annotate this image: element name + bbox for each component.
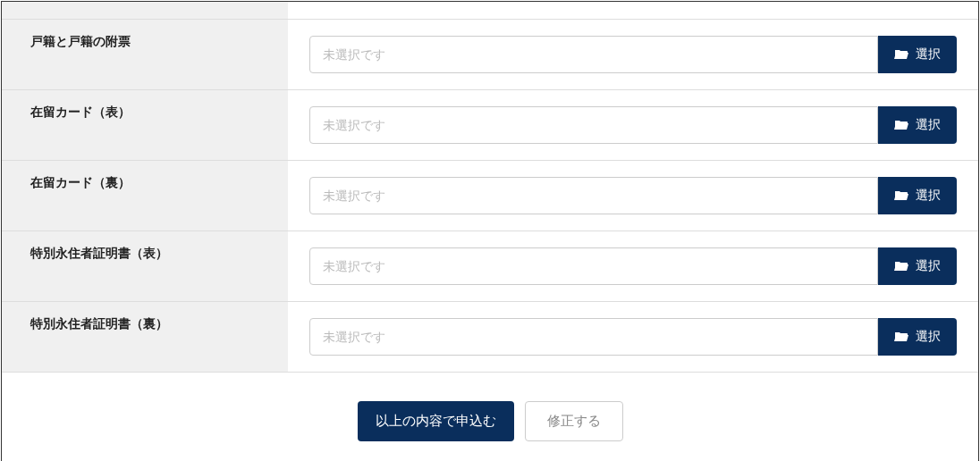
file-upload-row: 特別永住者証明書（表） 未選択です 選択 — [2, 231, 978, 302]
select-button-label: 選択 — [916, 258, 941, 274]
folder-open-icon — [894, 119, 908, 131]
file-display[interactable]: 未選択です — [309, 36, 878, 73]
file-upload-row: 特別永住者証明書（裏） 未選択です 選択 — [2, 302, 978, 373]
file-upload-row: 在留カード（裏） 未選択です 選択 — [2, 161, 978, 231]
select-button-label: 選択 — [916, 117, 941, 133]
field-label: 特別永住者証明書（裏） — [2, 302, 288, 372]
folder-open-icon — [894, 331, 908, 343]
file-input-group: 未選択です 選択 — [309, 247, 957, 285]
file-input-group: 未選択です 選択 — [309, 318, 957, 356]
folder-open-icon — [894, 260, 908, 272]
select-file-button[interactable]: 選択 — [878, 247, 957, 285]
file-display[interactable]: 未選択です — [309, 106, 878, 144]
file-upload-row: 在留カード（表） 未選択です 選択 — [2, 90, 978, 161]
field-input-cell: 未選択です 選択 — [288, 90, 978, 160]
field-input-cell: 未選択です 選択 — [288, 161, 978, 230]
file-upload-row: 戸籍と戸籍の附票 未選択です 選択 — [2, 20, 978, 90]
file-input-group: 未選択です 選択 — [309, 106, 957, 144]
select-button-label: 選択 — [916, 46, 941, 63]
field-label: 在留カード（表） — [2, 90, 288, 160]
select-file-button[interactable]: 選択 — [878, 106, 957, 144]
field-input-cell: 未選択です 選択 — [288, 20, 978, 89]
select-button-label: 選択 — [916, 188, 941, 204]
select-button-label: 選択 — [916, 329, 941, 345]
form-container: 戸籍と戸籍の附票 未選択です 選択 在留カード（表） 未選択です — [1, 1, 979, 461]
folder-open-icon — [894, 48, 908, 61]
file-display[interactable]: 未選択です — [309, 177, 878, 214]
field-label: 在留カード（裏） — [2, 161, 288, 230]
action-button-row: 以上の内容で申込む 修正する — [2, 373, 978, 461]
field-input-partial — [288, 2, 978, 19]
select-file-button[interactable]: 選択 — [878, 318, 957, 356]
field-label: 特別永住者証明書（表） — [2, 231, 288, 301]
folder-open-icon — [894, 189, 908, 202]
submit-button[interactable]: 以上の内容で申込む — [358, 401, 514, 441]
field-label: 戸籍と戸籍の附票 — [2, 20, 288, 89]
select-file-button[interactable]: 選択 — [878, 177, 957, 214]
field-input-cell: 未選択です 選択 — [288, 302, 978, 372]
file-input-group: 未選択です 選択 — [309, 177, 957, 214]
revise-button[interactable]: 修正する — [525, 401, 623, 441]
select-file-button[interactable]: 選択 — [878, 36, 957, 73]
file-display[interactable]: 未選択です — [309, 247, 878, 285]
field-label-partial — [2, 2, 288, 19]
file-upload-row-partial — [2, 2, 978, 20]
file-input-group: 未選択です 選択 — [309, 36, 957, 73]
field-input-cell: 未選択です 選択 — [288, 231, 978, 301]
file-display[interactable]: 未選択です — [309, 318, 878, 356]
